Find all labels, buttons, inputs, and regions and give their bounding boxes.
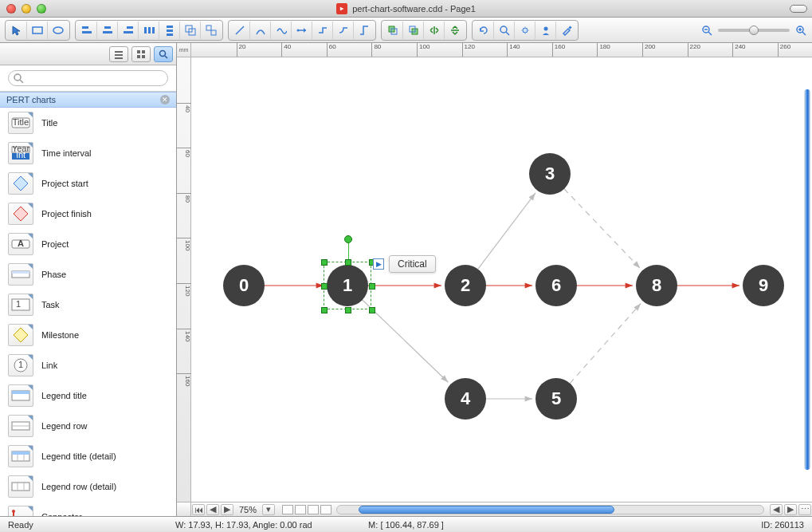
pert-node[interactable]: 4 [445, 378, 486, 420]
align-left-tool[interactable] [76, 22, 97, 39]
zoom-in-icon[interactable] [794, 24, 807, 37]
category-header[interactable]: PERT charts ✕ [0, 92, 176, 108]
svg-rect-38 [115, 54, 123, 56]
shape-item[interactable]: Legend title [0, 380, 176, 411]
flip-v-tool[interactable] [445, 22, 465, 39]
category-close-icon[interactable]: ✕ [160, 95, 170, 104]
shape-item[interactable]: Milestone [0, 320, 176, 350]
smart-tag-icon[interactable]: ▶ [373, 258, 384, 270]
svg-rect-16 [206, 26, 211, 30]
page-prev-button[interactable]: ◀ [206, 504, 219, 515]
page-thumb[interactable] [320, 505, 331, 514]
selection-handle[interactable] [321, 307, 328, 313]
shape-item[interactable]: AProject [0, 229, 176, 259]
horizontal-scrollbar[interactable] [336, 505, 764, 514]
shape-item[interactable]: Connector [0, 502, 176, 516]
ruler-vertical[interactable]: 406080100120140160 [177, 57, 191, 502]
zoom-out-icon[interactable] [700, 24, 713, 37]
vertical-scrollbar[interactable] [804, 89, 810, 470]
pointer-tool[interactable] [6, 22, 27, 39]
eyedropper-tool[interactable] [556, 22, 577, 39]
selection-handle[interactable] [345, 307, 351, 313]
pert-node[interactable]: 3 [529, 153, 571, 195]
shape-label: Phase [41, 270, 66, 279]
align-right-tool[interactable] [118, 22, 139, 39]
shape-icon [8, 172, 33, 195]
selection-handle[interactable] [369, 307, 375, 313]
shape-item[interactable]: YearIntTime interval [0, 138, 176, 168]
shape-item[interactable]: 1Task [0, 290, 176, 320]
shape-label: Legend title (detail) [41, 451, 116, 461]
zoom-slider[interactable] [700, 24, 807, 37]
bring-front-tool[interactable] [382, 22, 403, 39]
pert-node[interactable]: 9 [743, 265, 784, 306]
svg-point-27 [523, 28, 528, 33]
flip-h-tool[interactable] [424, 22, 445, 39]
refresh-tool[interactable] [473, 22, 494, 39]
shape-icon: 1 [8, 354, 33, 376]
connector-curved-tool[interactable] [333, 22, 354, 39]
page-first-button[interactable]: ⏮ [192, 504, 205, 515]
shape-label: Title [41, 118, 57, 128]
align-center-tool[interactable] [97, 22, 118, 39]
pert-node[interactable]: 8 [636, 265, 677, 306]
shape-item[interactable]: Project finish [0, 199, 176, 229]
group-tool[interactable] [180, 22, 201, 39]
pert-node[interactable]: 2 [445, 265, 486, 306]
shape-item[interactable]: Legend row (detail) [0, 471, 176, 502]
selection-handle[interactable] [345, 259, 351, 266]
zoom-tool[interactable] [494, 22, 515, 39]
zoom-dropdown-button[interactable]: ▾ [262, 504, 275, 515]
pan-tool[interactable] [515, 22, 535, 39]
shape-item[interactable]: Phase [0, 259, 176, 290]
pert-node[interactable]: 0 [223, 265, 265, 306]
svg-line-47 [20, 80, 23, 83]
drawing-canvas[interactable]: 01▶Critical2345689 [191, 57, 812, 502]
distribute-v-tool[interactable] [159, 22, 180, 39]
sidebar-view-switcher [0, 43, 176, 65]
shape-icon [8, 263, 33, 286]
pert-node[interactable]: 5 [535, 378, 577, 420]
shape-search-input[interactable] [8, 70, 168, 86]
shape-item[interactable]: 1Link [0, 350, 176, 380]
page-thumbnails [282, 505, 331, 514]
view-search-button[interactable] [154, 46, 173, 62]
presentation-tool[interactable] [535, 22, 556, 39]
tooltip: Critical [389, 255, 436, 273]
selection-handle[interactable] [321, 259, 328, 266]
connector-smart-tool[interactable] [354, 22, 375, 39]
page-thumb[interactable] [282, 505, 293, 514]
distribute-h-tool[interactable] [139, 22, 159, 39]
page-thumb[interactable] [295, 505, 306, 514]
shape-item[interactable]: Legend row [0, 411, 176, 441]
view-list-button[interactable] [109, 46, 128, 62]
scroll-left-end-button[interactable]: ◀ [770, 504, 783, 515]
ellipse-tool[interactable] [48, 22, 69, 39]
page-next-button[interactable]: ▶ [221, 504, 233, 515]
view-grid-button[interactable] [131, 46, 151, 62]
rotate-handle[interactable] [344, 235, 352, 243]
document-icon: ▸ [336, 3, 347, 14]
send-back-tool[interactable] [403, 22, 424, 39]
selection-handle[interactable] [369, 283, 375, 290]
selection-handle[interactable] [321, 283, 328, 290]
ruler-horizontal[interactable]: 20406080100120140160180200220240260 [191, 43, 812, 57]
curve-tool[interactable] [271, 22, 292, 39]
toolbar-toggle-pill[interactable] [790, 5, 807, 13]
ungroup-tool[interactable] [201, 22, 222, 39]
shape-item[interactable]: Project start [0, 168, 176, 199]
page-thumb[interactable] [308, 505, 319, 514]
line-tool[interactable] [229, 22, 250, 39]
pert-node[interactable]: 6 [535, 265, 577, 306]
svg-rect-70 [12, 483, 29, 491]
add-page-button[interactable]: ⋯ [798, 504, 811, 515]
connector-straight-tool[interactable] [292, 22, 312, 39]
svg-line-79 [478, 193, 535, 269]
shape-item[interactable]: Legend title (detail) [0, 441, 176, 471]
rect-tool[interactable] [27, 22, 48, 39]
scroll-right-end-button[interactable]: ▶ [784, 504, 797, 515]
shape-item[interactable]: TitleTitle [0, 108, 176, 138]
arc-tool[interactable] [250, 22, 271, 39]
connector-elbow-tool[interactable] [312, 22, 333, 39]
shape-icon [8, 324, 33, 346]
